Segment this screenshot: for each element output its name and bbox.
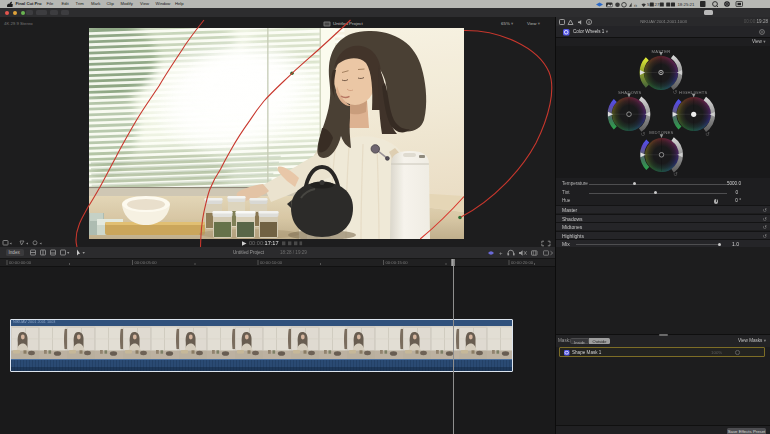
svg-text:27: 27 [655,2,660,7]
svg-text:00:00:05:00: 00:00:05:00 [135,260,158,265]
svg-text:00:00:10:00: 00:00:10:00 [260,260,283,265]
svg-text:00:00:17:17: 00:00:17:17 [249,240,279,246]
svg-text:+: + [499,250,503,256]
svg-text:MIDTONES: MIDTONES [649,130,673,135]
svg-text:18:25:21: 18:25:21 [677,2,695,7]
svg-text:00:00:15:00: 00:00:15:00 [386,260,409,265]
svg-text:5: 5 [647,2,650,7]
svg-text:‹›: ‹› [634,2,638,7]
svg-text:00:00:00:00: 00:00:00:00 [9,260,32,265]
svg-text:00:00:20:00: 00:00:20:00 [511,260,534,265]
